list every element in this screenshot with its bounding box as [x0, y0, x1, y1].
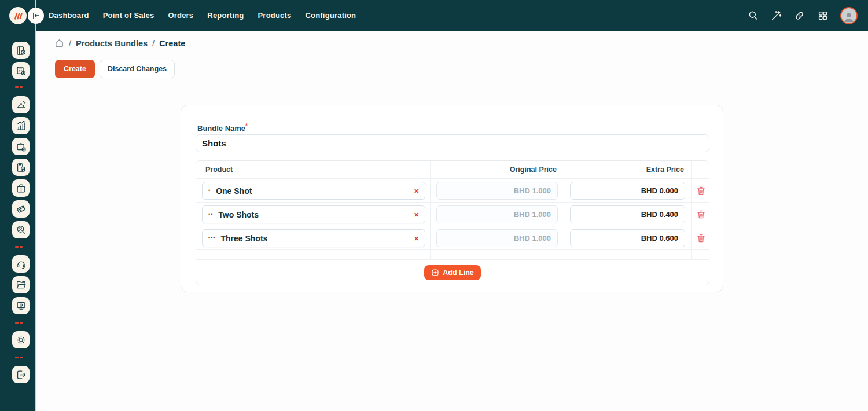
create-button[interactable]: Create [55, 60, 95, 78]
tag-icon[interactable] [794, 10, 805, 21]
bundle-lines-table: Product Original Price Extra Price • One… [196, 160, 709, 285]
empty-row [196, 249, 709, 259]
sidebar-separator [15, 86, 23, 88]
required-asterisk: * [245, 123, 248, 129]
sidebar-documents-folder[interactable] [12, 276, 30, 293]
nav-products[interactable]: Products [258, 11, 292, 20]
sidebar-card-machine[interactable] [12, 200, 30, 218]
support-headset-icon [16, 259, 27, 270]
table-row: ••• Three Shots × [196, 226, 709, 249]
sidebar-separator [15, 357, 23, 358]
trash-icon [696, 186, 706, 196]
sidebar-separator [15, 246, 23, 248]
page-actions: Create Discard Changes [55, 60, 175, 78]
product-thumbnail: • [208, 188, 211, 193]
sidebar-collapse-button[interactable] [28, 8, 44, 24]
pos-register-icon [16, 65, 27, 76]
display-screen-icon [16, 300, 27, 311]
delete-line-button[interactable] [695, 233, 707, 244]
add-line-button[interactable]: Add Line [424, 265, 480, 280]
sidebar-sales-growth[interactable] [12, 117, 30, 134]
discard-changes-button[interactable]: Discard Changes [100, 60, 175, 78]
trash-icon [696, 210, 706, 219]
product-select[interactable]: ••• Three Shots × [202, 229, 425, 247]
apps-grid-icon[interactable] [817, 10, 828, 21]
sidebar-orders-clipboard[interactable] [12, 159, 30, 176]
sidebar-inventory-box[interactable] [12, 179, 30, 197]
product-name: Three Shots [220, 234, 414, 243]
brand-logo[interactable] [9, 7, 27, 24]
bundle-name-input[interactable] [196, 134, 709, 152]
orders-clipboard-icon [16, 162, 27, 173]
app-sidebar [0, 31, 36, 411]
add-line-label: Add Line [443, 269, 473, 277]
product-name: Two Shots [218, 210, 414, 219]
original-price-input [436, 182, 558, 200]
sidebar-support-headset[interactable] [12, 255, 30, 273]
nav-reporting[interactable]: Reporting [207, 11, 244, 20]
column-header-extra-price: Extra Price [564, 161, 692, 178]
sidebar-settings[interactable] [12, 331, 30, 348]
nav-configuration[interactable]: Configuration [305, 11, 356, 20]
catering-icon [16, 100, 27, 111]
table-row: •• Two Shots × [196, 202, 709, 226]
clear-product-icon[interactable]: × [414, 187, 419, 195]
breadcrumb-products-bundles[interactable]: Products Bundles [76, 39, 148, 48]
user-avatar[interactable] [840, 7, 858, 24]
breadcrumb-current: Create [159, 39, 185, 48]
bundle-form-card: Bundle Name* Product Original Price Extr… [181, 105, 723, 292]
sidebar-journal-clock[interactable] [12, 42, 30, 59]
search-icon[interactable] [748, 10, 759, 21]
extra-price-input[interactable] [570, 206, 685, 223]
home-icon[interactable] [54, 38, 64, 48]
delete-line-button[interactable] [695, 209, 707, 221]
sidebar-separator [15, 322, 23, 324]
sidebar-scale-add[interactable] [12, 138, 30, 155]
clear-product-icon[interactable]: × [414, 211, 419, 219]
app-window: Dashboard Point of Sales Orders Reportin… [0, 0, 868, 411]
column-header-original-price: Original Price [431, 161, 564, 178]
delete-line-button[interactable] [695, 185, 707, 197]
product-thumbnail: ••• [208, 236, 215, 241]
trash-icon [696, 233, 706, 243]
original-price-input [436, 206, 558, 223]
nav-dashboard[interactable]: Dashboard [49, 11, 89, 20]
column-header-actions [692, 161, 709, 178]
clear-product-icon[interactable]: × [414, 234, 419, 243]
sidebar-display-screen[interactable] [12, 297, 30, 314]
table-row: • One Shot × [196, 178, 709, 202]
logo-mark-icon [13, 11, 23, 21]
main-content: / Products Bundles / Create Create Disca… [36, 31, 868, 411]
person-icon [843, 10, 855, 23]
customer-search-icon [16, 225, 27, 236]
magic-wand-icon[interactable] [771, 10, 782, 21]
topbar-tools [748, 0, 858, 31]
table-footer: Add Line [196, 259, 709, 285]
card-machine-icon [16, 204, 27, 215]
settings-gear-icon [16, 335, 27, 346]
sidebar-pos-register[interactable] [12, 62, 30, 79]
product-thumbnail: •• [208, 212, 213, 217]
collapse-arrow-icon [32, 12, 40, 20]
nav-point-of-sales[interactable]: Point of Sales [103, 11, 155, 20]
sidebar-customer-search[interactable] [12, 221, 30, 238]
sidebar-logout[interactable] [12, 366, 30, 383]
extra-price-input[interactable] [570, 229, 685, 247]
main-nav: Dashboard Point of Sales Orders Reportin… [49, 0, 356, 31]
inventory-box-icon [16, 183, 27, 194]
breadcrumb: / Products Bundles / Create [54, 38, 185, 48]
scale-add-icon [16, 141, 27, 152]
header-divider [36, 86, 868, 86]
sidebar-border [35, 0, 36, 411]
extra-price-input[interactable] [570, 182, 685, 200]
product-select[interactable]: • One Shot × [202, 182, 425, 200]
column-header-product: Product [196, 161, 431, 178]
journal-clock-icon [16, 45, 27, 56]
breadcrumb-separator: / [152, 39, 155, 48]
table-header-row: Product Original Price Extra Price [196, 161, 709, 178]
sales-growth-icon [16, 120, 27, 131]
nav-orders[interactable]: Orders [168, 11, 193, 20]
product-select[interactable]: •• Two Shots × [202, 206, 425, 223]
logout-icon [16, 369, 27, 380]
sidebar-catering[interactable] [12, 96, 30, 113]
